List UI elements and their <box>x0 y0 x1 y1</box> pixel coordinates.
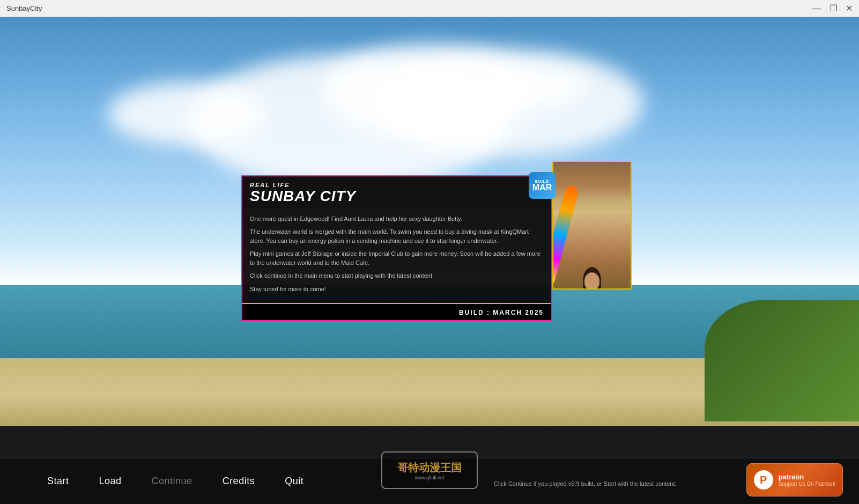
character-torso <box>584 288 600 290</box>
patreon-text: patreon Support Us On Patreon! <box>779 473 836 487</box>
build-date: BUILD : MARCH 2025 <box>459 309 544 316</box>
news-header: REAL LIFE SUNBAY CITY BUILD MAR <box>242 175 551 209</box>
patreon-icon: P <box>754 470 773 490</box>
patreon-sublabel: Support Us On Patreon! <box>779 481 836 487</box>
watermark: 哥特动漫王国 www.gtloli.net <box>381 451 478 489</box>
patreon-label: patreon <box>779 473 836 481</box>
minimize-button[interactable]: — <box>812 4 821 13</box>
watermark-border: 哥特动漫王国 www.gtloli.net <box>381 451 478 489</box>
game-area: REAL LIFE SUNBAY CITY BUILD MAR One more… <box>0 17 859 504</box>
news-paragraph-3: Play mini games at Jeff Storage or insid… <box>250 249 544 267</box>
cloud-5 <box>375 49 643 157</box>
news-character-image <box>552 161 632 290</box>
news-footer: BUILD : MARCH 2025 <box>242 303 551 320</box>
close-button[interactable]: ✕ <box>846 4 853 13</box>
window-title: SunbayCity <box>6 4 42 12</box>
news-paragraph-4: Click continue in the main menu to start… <box>250 271 544 280</box>
cloud-3 <box>107 81 268 146</box>
surfboard-icon <box>552 184 580 286</box>
quit-button[interactable]: Quit <box>270 471 319 491</box>
news-panel: REAL LIFE SUNBAY CITY BUILD MAR One more… <box>241 175 552 321</box>
watermark-subtitle: www.gtloli.net <box>414 475 444 480</box>
title-bar: SunbayCity — ❐ ✕ <box>0 0 859 17</box>
month-text: MAR <box>532 183 552 192</box>
news-paragraph-1: One more quest in Edgewood! Find Aunt La… <box>250 214 544 224</box>
credits-button[interactable]: Credits <box>208 471 270 491</box>
patreon-button[interactable]: P patreon Support Us On Patreon! <box>746 463 843 496</box>
load-button[interactable]: Load <box>84 471 137 491</box>
news-paragraph-5: Stay tuned for more to come! <box>250 285 544 294</box>
continue-button[interactable]: Continue <box>137 471 208 491</box>
watermark-logo: 哥特动漫王国 <box>397 461 462 475</box>
window-controls[interactable]: — ❐ ✕ <box>812 4 853 13</box>
news-title: SUNBAY CITY <box>250 188 544 205</box>
status-text: Click Continue if you played v5.9 build,… <box>494 480 677 487</box>
background-greenery-right <box>705 300 859 421</box>
patreon-letter: P <box>760 474 767 486</box>
news-paragraph-2: The underwater world is merged with the … <box>250 227 544 245</box>
nav-buttons: Start Load Continue Credits Quit <box>32 471 319 491</box>
character-head <box>584 272 599 290</box>
build-badge: BUILD MAR <box>529 172 556 199</box>
start-button[interactable]: Start <box>32 471 84 491</box>
maximize-button[interactable]: ❐ <box>830 4 837 13</box>
news-content: One more quest in Edgewood! Find Aunt La… <box>242 209 551 303</box>
